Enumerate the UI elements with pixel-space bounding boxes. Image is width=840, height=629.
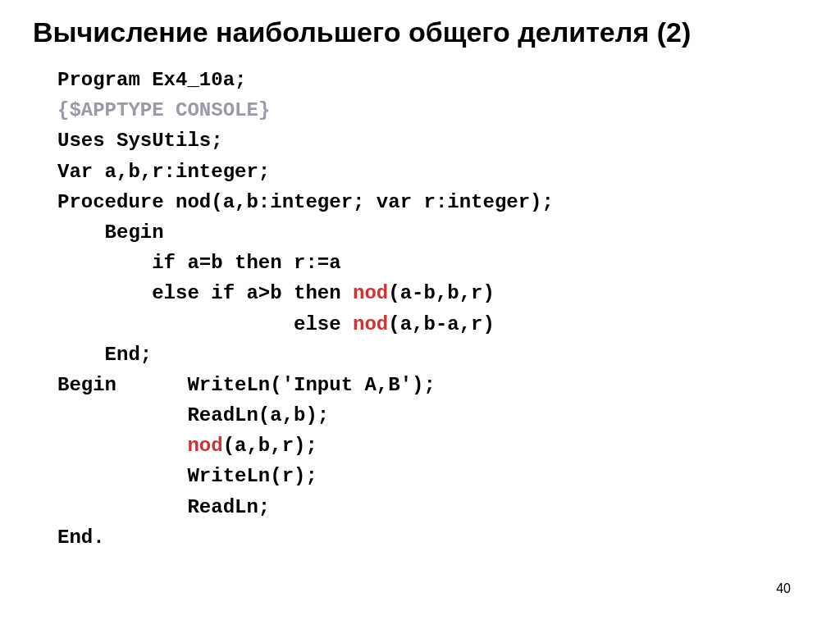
code-line-1: Program Ex4_10a; xyxy=(57,65,807,95)
code-line-12: ReadLn(a,b); xyxy=(57,400,807,431)
code-line-10: End; xyxy=(57,340,807,370)
code-line-6: Begin xyxy=(57,217,807,248)
code-line-13: nod(a,b,r); xyxy=(57,431,807,461)
page-number: 40 xyxy=(776,581,791,596)
code-line-4: Var a,b,r:integer; xyxy=(57,157,807,187)
code-line-8: else if a>b then nod(a-b,b,r) xyxy=(57,278,807,308)
code-line-2: {$APPTYPE CONSOLE} xyxy=(57,95,807,125)
code-line-5: Procedure nod(a,b:integer; var r:integer… xyxy=(57,187,807,217)
code-block: Program Ex4_10a; {$APPTYPE CONSOLE} Uses… xyxy=(33,65,807,553)
code-line-16: End. xyxy=(57,522,807,553)
code-line-15: ReadLn; xyxy=(57,492,807,522)
code-line-3: Uses SysUtils; xyxy=(57,125,807,156)
code-line-14: WriteLn(r); xyxy=(57,461,807,491)
code-line-9: else nod(a,b-a,r) xyxy=(57,309,807,340)
code-line-7: if a=b then r:=a xyxy=(57,248,807,278)
code-line-11: Begin WriteLn('Input A,B'); xyxy=(57,370,807,400)
slide-title: Вычисление наибольшего общего делителя (… xyxy=(33,16,807,48)
